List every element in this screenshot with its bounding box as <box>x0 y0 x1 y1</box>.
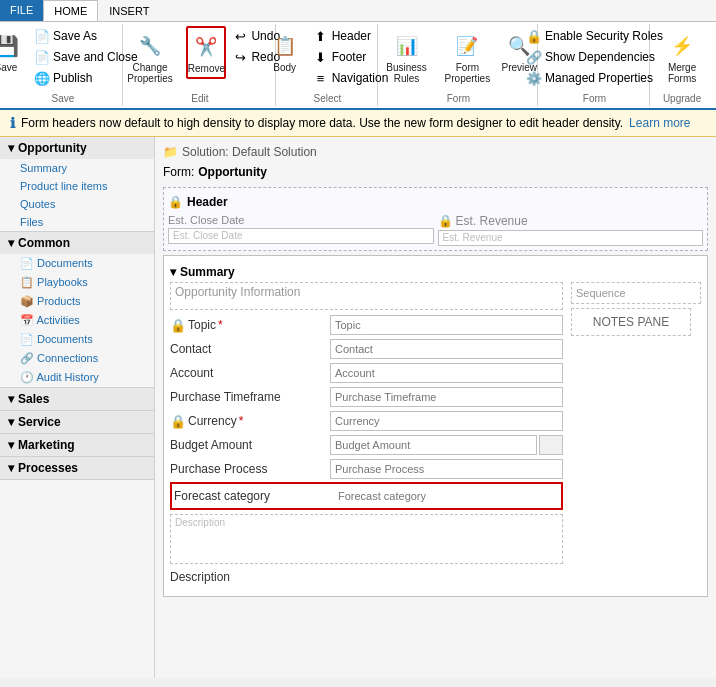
budget-amount-input[interactable] <box>330 435 537 455</box>
topic-label: 🔒 Topic * <box>170 318 330 333</box>
purchase-process-input[interactable] <box>330 459 563 479</box>
publish-icon: 🌐 <box>34 70 50 86</box>
show-dependencies-button[interactable]: 🔗 Show Dependencies <box>522 47 667 67</box>
forecast-category-label: Forecast category <box>174 489 334 503</box>
tab-home[interactable]: HOME <box>43 0 98 21</box>
account-label: Account <box>170 366 330 380</box>
contact-row: Contact <box>170 338 563 360</box>
sidebar-item-files[interactable]: Files <box>0 213 154 231</box>
sidebar-item-documents[interactable]: 📄 Documents <box>0 254 154 273</box>
header-section-title: Header <box>187 195 228 209</box>
navigation-icon: ≡ <box>313 70 329 86</box>
body-button[interactable]: 📋 Body <box>263 26 307 77</box>
managed-properties-button[interactable]: ⚙️ Managed Properties <box>522 68 667 88</box>
form-properties-button[interactable]: 📝 Form Properties <box>438 26 498 88</box>
est-close-date-input[interactable]: Est. Close Date <box>168 228 434 244</box>
sidebar-processes-label: Processes <box>18 461 78 475</box>
redo-icon: ↪ <box>232 49 248 65</box>
sidebar-item-playbooks[interactable]: 📋 Playbooks <box>0 273 154 292</box>
save-group-label: Save <box>51 91 74 104</box>
form-name: Opportunity <box>198 165 267 179</box>
sidebar-item-quotes[interactable]: Quotes <box>0 195 154 213</box>
topic-input[interactable] <box>330 315 563 335</box>
header-col-right: 🔒 Est. Revenue Est. Revenue <box>438 212 704 246</box>
change-properties-icon: 🔧 <box>134 30 166 62</box>
sidebar-item-product-line-items[interactable]: Product line items <box>0 177 154 195</box>
main-layout: ▾ Opportunity Summary Product line items… <box>0 137 716 678</box>
tab-file[interactable]: FILE <box>0 0 43 21</box>
edit-group-items: 🔧 Change Properties ✂️ Remove ↩ Undo ↪ R… <box>116 26 285 91</box>
change-properties-button[interactable]: 🔧 Change Properties <box>116 26 185 88</box>
opportunity-info-field[interactable]: Opportunity Information <box>170 282 563 310</box>
edit-group-label: Edit <box>191 91 208 104</box>
header-icon: ⬆ <box>313 28 329 44</box>
remove-button[interactable]: ✂️ Remove <box>186 26 226 79</box>
form-group-label: Form <box>583 91 606 104</box>
select-group-items: 📋 Body ⬆ Header ⬇ Footer ≡ Navigation <box>263 26 393 91</box>
sidebar-item-connections[interactable]: 🔗 Connections <box>0 349 154 368</box>
sidebar-item-products[interactable]: 📦 Products <box>0 292 154 311</box>
summary-right: Sequence NOTES PANE <box>567 282 701 590</box>
form-properties-icon: 📝 <box>451 30 483 62</box>
security-roles-icon: 🔒 <box>526 28 542 44</box>
sidebar-sales-header[interactable]: ▾ Sales <box>0 388 154 410</box>
sidebar-processes-header[interactable]: ▾ Processes <box>0 457 154 479</box>
content-area: 📁 Solution: Default Solution Form: Oppor… <box>155 137 716 678</box>
sidebar-section-sales: ▾ Sales <box>0 388 154 411</box>
footer-icon: ⬇ <box>313 49 329 65</box>
sidebar-opportunity-label: Opportunity <box>18 141 87 155</box>
tab-insert[interactable]: INSERT <box>98 0 160 21</box>
account-input[interactable] <box>330 363 563 383</box>
purchase-timeframe-input[interactable] <box>330 387 563 407</box>
purchase-process-label: Purchase Process <box>170 462 330 476</box>
enable-security-roles-button[interactable]: 🔒 Enable Security Roles <box>522 26 667 46</box>
sidebar-common-header[interactable]: ▾ Common <box>0 232 154 254</box>
contact-label: Contact <box>170 342 330 356</box>
sidebar-processes-collapse: ▾ <box>8 461 14 475</box>
purchase-timeframe-row: Purchase Timeframe <box>170 386 563 408</box>
sidebar-marketing-label: Marketing <box>18 438 75 452</box>
sidebar-marketing-header[interactable]: ▾ Marketing <box>0 434 154 456</box>
info-text: Form headers now default to high density… <box>21 116 623 130</box>
est-revenue-label: 🔒 Est. Revenue <box>438 212 704 230</box>
currency-label: 🔒 Currency * <box>170 414 330 429</box>
sidebar-item-documents2[interactable]: 📄 Documents <box>0 330 154 349</box>
header-col-left: Est. Close Date Est. Close Date <box>168 212 434 246</box>
header-fields: Est. Close Date Est. Close Date 🔒 Est. R… <box>168 212 703 246</box>
sidebar-item-summary[interactable]: Summary <box>0 159 154 177</box>
business-rules-label: Business Rules <box>384 62 430 84</box>
business-rules-icon: 📊 <box>391 30 423 62</box>
upgrade-group-label: Upgrade <box>663 91 701 104</box>
budget-amount-extra <box>539 435 563 455</box>
summary-section-header: ▾ Summary <box>170 262 701 282</box>
upgrade-group-items: ⚡ Merge Forms <box>658 26 706 91</box>
enable-security-roles-label: Enable Security Roles <box>545 29 663 43</box>
form-label: Form: <box>163 165 194 179</box>
save-as-label: Save As <box>53 29 97 43</box>
sidebar-item-audit-history[interactable]: 🕐 Audit History <box>0 368 154 387</box>
sidebar-service-header[interactable]: ▾ Service <box>0 411 154 433</box>
save-button[interactable]: 💾 Save <box>0 26 28 77</box>
form-title: Form: Opportunity <box>163 163 708 179</box>
body-label: Body <box>273 62 296 73</box>
currency-input[interactable] <box>330 411 563 431</box>
opportunity-info-label: Opportunity Information <box>175 285 300 299</box>
header-section-label: 🔒 Header <box>168 192 703 212</box>
account-row: Account <box>170 362 563 384</box>
sidebar-opportunity-header[interactable]: ▾ Opportunity <box>0 137 154 159</box>
solution-name: Solution: Default Solution <box>182 145 317 159</box>
sidebar-section-common: ▾ Common 📄 Documents 📋 Playbooks 📦 Produ… <box>0 232 154 388</box>
business-rules-button[interactable]: 📊 Business Rules <box>378 26 436 88</box>
contact-input[interactable] <box>330 339 563 359</box>
change-properties-label: Change Properties <box>122 62 179 84</box>
save-close-icon: 📄 <box>34 49 50 65</box>
forecast-category-input[interactable] <box>334 486 559 506</box>
select-group-label: Select <box>314 91 342 104</box>
sidebar-service-collapse: ▾ <box>8 415 14 429</box>
merge-forms-button[interactable]: ⚡ Merge Forms <box>658 26 706 88</box>
est-revenue-input[interactable]: Est. Revenue <box>438 230 704 246</box>
topic-row: 🔒 Topic * <box>170 314 563 336</box>
sequence-panel: Sequence <box>571 282 701 304</box>
learn-more-link[interactable]: Learn more <box>629 116 690 130</box>
sidebar-item-activities[interactable]: 📅 Activities <box>0 311 154 330</box>
